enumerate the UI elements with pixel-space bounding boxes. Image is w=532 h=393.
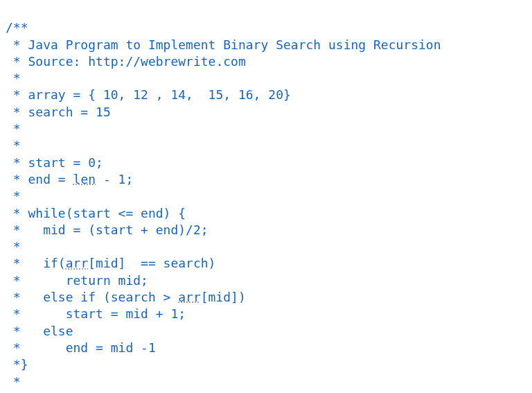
code-line: * Java Program to Implement Binary Searc… [6, 37, 441, 52]
code-line: /** [6, 20, 28, 35]
code-line: *} [6, 357, 28, 372]
code-line: * [6, 189, 21, 203]
typo-underline: arr [178, 290, 201, 304]
code-line: * array = { 10, 12 , 14, 15, 16, 20} [6, 87, 291, 102]
code-line: * if(arr[mid] == search) [6, 256, 215, 270]
code-line: * return mid; [6, 273, 148, 288]
code-line: * end = mid -1 [6, 340, 156, 355]
code-line: * start = 0; [6, 155, 103, 170]
code-line: * [6, 71, 21, 85]
code-line: * search = 15 [6, 105, 111, 119]
code-line: * start = mid + 1; [6, 306, 186, 321]
code-line: * mid = (start + end)/2; [6, 222, 209, 237]
code-line: * end = len - 1; [6, 172, 133, 186]
code-line: * [6, 138, 21, 152]
code-line: * [6, 121, 21, 136]
typo-underline: arr [66, 256, 89, 270]
code-line: * [6, 374, 21, 389]
code-line: * else if (search > arr[mid]) [6, 290, 246, 304]
code-line: * while(start <= end) { [6, 206, 186, 220]
code-block: /** * Java Program to Implement Binary S… [6, 3, 526, 393]
code-line: * [6, 239, 21, 254]
code-line: * Source: http://webrewrite.com [6, 54, 246, 69]
typo-underline: len [73, 172, 96, 186]
code-line: * else [6, 324, 73, 338]
